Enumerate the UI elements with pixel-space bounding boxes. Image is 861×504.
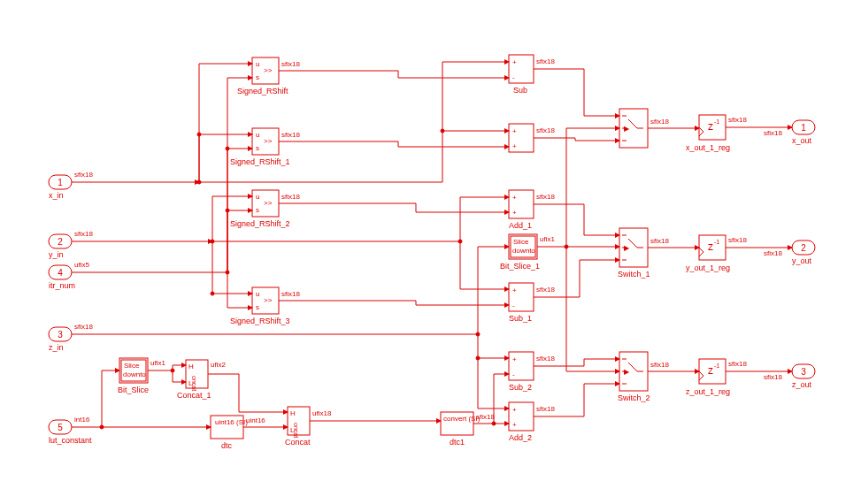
block-switch-2[interactable]: ▶ Switch_2 sfix18 [618,352,669,402]
signal-label: sfix18 [650,237,669,245]
block-label: Concat [285,438,311,447]
block-label: dtc1 [450,438,465,447]
svg-text:+: + [512,142,517,150]
port-number: 3 [801,367,806,377]
port-number: 4 [58,268,63,278]
block-label: Sub_1 [509,314,532,323]
inport-lut_constant[interactable]: 5 lut_constant int16 [49,416,92,445]
block-label: Signed_RShift_2 [230,219,290,228]
block-concat[interactable]: H oncat L Concat ufix18 [285,407,332,447]
block-signed-rshift[interactable]: u >> s Signed_RShift sfix18 [237,57,300,95]
svg-text:>>: >> [264,296,273,304]
signal-label: sfix18 [476,413,495,421]
block-add-2[interactable]: + + Add_2 sfix18 [509,402,555,442]
port-number: 2 [801,243,806,253]
block-label: Signed_RShift_3 [230,317,290,325]
svg-text:-: - [512,73,515,81]
block-label: Add_2 [509,433,532,442]
signal-label: ufix5 [74,261,89,269]
signal-label: sfix18 [536,405,555,413]
svg-text:u: u [256,131,259,139]
signal-label: sfix18 [281,60,300,68]
svg-text:+: + [512,194,517,202]
svg-text:H: H [188,363,194,370]
svg-text:▶: ▶ [624,368,630,376]
block-signed-rshift-3[interactable]: u >> s Signed_RShift_3 sfix18 [230,287,300,325]
port-number: 1 [801,123,806,133]
block-concat-1[interactable]: H oncat L Concat_1 ufix2 [177,360,226,400]
block-sub[interactable]: + - Sub sfix18 [509,55,555,95]
block-bit-slice-1[interactable]: Slice downto Bit_Slice_1 ufix1 [500,234,555,271]
svg-text:▶: ▶ [624,125,630,133]
block-signed-rshift-2[interactable]: u >> s Signed_RShift_2 sfix18 [230,190,300,228]
svg-point-87 [476,356,480,360]
block-diagram: 1 x_in sfix18 2 y_in sfix18 4 itr_num uf… [0,0,861,504]
block-label: Switch_1 [618,270,650,279]
block-sub-2[interactable]: + - Sub_2 sfix18 [509,352,555,392]
signal-label: sfix18 [536,286,555,294]
svg-text:Slice: Slice [513,238,529,246]
svg-text:convert
(SI): convert (SI) [443,415,480,423]
svg-text:+: + [512,58,517,66]
svg-text:+: + [512,406,517,414]
block-label: Signed_RShift_1 [230,157,290,166]
svg-text:z: z [708,120,713,133]
block-label: dtc [221,441,233,450]
signal-label: sfix18 [281,131,300,139]
svg-text:s: s [256,73,259,81]
signal-label: sfix18 [728,116,747,124]
svg-text:u: u [256,290,259,298]
svg-text:-1: -1 [714,239,719,245]
port-number: 5 [58,423,63,432]
svg-text:>>: >> [264,137,273,145]
signal-label: sfix18 [281,193,300,201]
signal-label: ufix2 [211,361,226,369]
signal-label: sfix18 [74,323,93,331]
signal-label: sfix18 [281,290,300,298]
signal-label: sfix18 [74,230,93,238]
svg-text:>>: >> [264,199,273,207]
block-y-out-1-reg[interactable]: z -1 y_out_1_reg sfix18 [686,235,747,272]
outport-z_out[interactable]: 3 z_out sfix18 [764,364,815,389]
block-dtc[interactable]: uint16 (SI) dtc uint16 [211,416,265,450]
port-label: x_out [792,136,812,145]
port-label: lut_constant [49,436,92,445]
block-label: Bit_Slice [118,386,149,394]
block-add-1[interactable]: + + Add_1 sfix18 [509,190,555,230]
block-label: Sub_2 [509,383,532,392]
inport-z_in[interactable]: 3 z_in sfix18 [49,323,93,352]
port-number: 3 [58,330,63,340]
svg-text:L: L [188,379,193,387]
block-dtc1[interactable]: convert (SI) dtc1 sfix18 [441,412,495,447]
block-z-out-1-reg[interactable]: z -1 z_out_1_reg sfix18 [686,359,747,396]
signal-label: sfix18 [728,236,747,244]
svg-text:Slice: Slice [124,362,140,370]
block-bit-slice[interactable]: Slice downto Bit_Slice ufix1 [118,358,165,394]
svg-point-80 [211,292,214,295]
outport-y_out[interactable]: 2 y_out sfix18 [764,241,815,265]
svg-text:downto: downto [512,247,535,255]
port-label: y_in [49,250,64,259]
inport-x_in[interactable]: 1 x_in sfix18 [49,171,93,200]
svg-text:▶: ▶ [624,244,630,252]
block-signed-rshift-1[interactable]: u >> s Signed_RShift_1 sfix18 [230,128,300,166]
svg-text:z: z [708,241,713,253]
signal-label: ufix1 [540,235,555,243]
signal-label: sfix18 [536,126,555,134]
svg-text:-1: -1 [714,363,719,369]
block-label: Sub [513,86,527,95]
inport-itr_num[interactable]: 4 itr_num ufix5 [49,261,89,290]
block-switch-1[interactable]: ▶ Switch_1 sfix18 [618,228,669,279]
outport-x_out[interactable]: 1 x_out sfix18 [764,120,815,145]
block-label: Bit_Slice_1 [500,262,540,271]
signal-label: sfix18 [764,373,782,381]
inport-y_in[interactable]: 2 y_in sfix18 [49,230,93,259]
port-label: z_in [49,343,64,352]
svg-text:z: z [708,364,713,377]
block-sub-1[interactable]: + - Sub_1 sfix18 [509,283,555,323]
svg-text:-1: -1 [714,118,719,125]
svg-text:s: s [256,206,259,214]
signal-label: sfix18 [536,57,555,65]
block-x-out-1-reg[interactable]: z -1 x_out_1_reg sfix18 [686,115,747,152]
svg-text:H: H [290,409,296,417]
